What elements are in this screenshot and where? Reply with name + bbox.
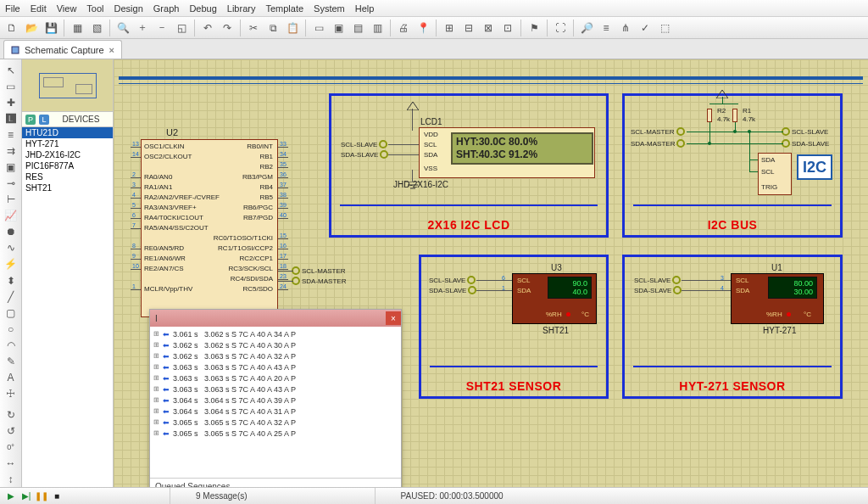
expand-icon[interactable]: ⊞ (153, 396, 159, 404)
menu-edit[interactable]: Edit (31, 3, 47, 14)
tb-zoomout-icon[interactable]: － (153, 19, 171, 37)
menu-design[interactable]: Design (114, 3, 143, 14)
expand-icon[interactable]: ⊞ (153, 385, 159, 393)
tb-bom-icon[interactable]: ≡ (597, 19, 615, 37)
tb-erc-icon[interactable]: ⚑ (525, 19, 543, 37)
tb-net-icon[interactable]: ⋔ (616, 19, 635, 37)
tb-paste-icon[interactable]: 📋 (283, 19, 302, 37)
i2c-box[interactable]: I2C (797, 154, 832, 180)
tool-rotcw-icon[interactable]: ↻ (2, 408, 20, 423)
tool-terminal-icon[interactable]: ⊸ (2, 176, 20, 191)
tb-zoomfit-icon[interactable]: ◱ (172, 19, 191, 37)
tool-textbox-icon[interactable]: A (2, 370, 20, 384)
knob-icon[interactable] (566, 312, 570, 316)
console-body[interactable]: ⊞⬅3.061 s 3.062 s S 7C A 40 A 34 A P⊞⬅3.… (150, 327, 401, 478)
tool-circle-icon[interactable]: ○ (2, 322, 20, 336)
tb-open-icon[interactable]: 📂 (22, 19, 41, 37)
pick-button[interactable]: P (25, 115, 36, 125)
r2[interactable] (707, 109, 712, 122)
knob-icon[interactable] (787, 312, 791, 316)
tb-copy-icon[interactable]: ⧉ (264, 19, 282, 37)
device-item[interactable]: JHD-2X16-I2C (22, 149, 113, 160)
expand-icon[interactable]: ⊞ (153, 407, 159, 415)
tool-component-icon[interactable]: ▭ (2, 79, 20, 93)
expand-icon[interactable]: ⊞ (153, 374, 159, 382)
tool-arc-icon[interactable]: ◠ (2, 338, 20, 352)
expand-icon[interactable]: ⊞ (153, 418, 159, 426)
tab-close-icon[interactable]: × (109, 45, 114, 55)
tool-tape-icon[interactable]: ⏺ (2, 225, 20, 239)
tb-cut-icon[interactable]: ✂ (244, 19, 263, 37)
lib-button[interactable]: L (39, 115, 49, 125)
tool-mirv-icon[interactable]: ↕ (2, 473, 20, 487)
menu-debug[interactable]: Debug (189, 3, 216, 14)
tool-mirh-icon[interactable]: ↔ (2, 456, 20, 471)
tool-text-icon[interactable]: ≡ (2, 127, 20, 142)
menu-template[interactable]: Template (265, 3, 303, 14)
tool-rotccw-icon[interactable]: ↺ (2, 424, 20, 439)
status-messages[interactable]: 9 Message(s) (170, 488, 273, 504)
tb-save-icon[interactable]: 💾 (42, 19, 60, 37)
expand-icon[interactable]: ⊞ (153, 352, 159, 360)
expand-icon[interactable]: ⊞ (153, 341, 159, 349)
tool-junction-icon[interactable]: ✚ (2, 95, 20, 109)
tb-zoomarea-icon[interactable]: 🔍 (114, 19, 132, 37)
tool-gen-icon[interactable]: ∿ (2, 241, 20, 255)
tb-sheet-icon[interactable]: ▦ (68, 19, 86, 37)
expand-icon[interactable]: ⊞ (153, 330, 159, 338)
tool-subckt-icon[interactable]: ▣ (2, 160, 20, 174)
tb-print-icon[interactable]: 🖨 (394, 19, 413, 37)
tool-select-icon[interactable]: ↖ (2, 63, 20, 77)
menu-library[interactable]: Library (227, 3, 256, 14)
step-icon[interactable]: ▶| (20, 490, 32, 502)
tb-lib1-icon[interactable]: ⊞ (440, 19, 459, 37)
pause-icon[interactable]: ❚❚ (36, 490, 47, 502)
tool-box-icon[interactable]: ▢ (2, 305, 20, 320)
tool-actuator-icon[interactable]: ⬍ (2, 273, 20, 288)
r1[interactable] (732, 109, 737, 122)
device-item[interactable]: HTU21D (22, 127, 113, 138)
tb-zoomin-icon[interactable]: ＋ (133, 19, 152, 37)
tb-block2-icon[interactable]: ▣ (329, 19, 348, 37)
device-item[interactable]: RES (22, 171, 113, 182)
tool-pin-icon[interactable]: ⊢ (2, 193, 20, 207)
tool-probe-icon[interactable]: ⚡ (2, 257, 20, 272)
tb-redo-icon[interactable]: ↷ (218, 19, 236, 37)
tb-lib4-icon[interactable]: ⊡ (498, 19, 517, 37)
menu-file[interactable]: File (5, 3, 20, 14)
tb-check-icon[interactable]: ✓ (636, 19, 654, 37)
tool-graph-icon[interactable]: 📈 (2, 209, 20, 223)
devices-list[interactable]: HTU21D HYT-271 JHD-2X16-I2C PIC16F877A R… (22, 127, 113, 487)
tb-lib2-icon[interactable]: ⊟ (459, 19, 478, 37)
expand-icon[interactable]: ⊞ (153, 363, 159, 371)
play-icon[interactable]: ▶ (5, 490, 17, 502)
tb-find-icon[interactable]: 🔎 (577, 19, 596, 37)
tb-lib3-icon[interactable]: ⊠ (479, 19, 498, 37)
device-item[interactable]: SHT21 (22, 182, 113, 193)
tb-db-icon[interactable]: ⬚ (655, 19, 674, 37)
tb-block4-icon[interactable]: ▥ (368, 19, 387, 37)
menu-graph[interactable]: Graph (153, 3, 180, 14)
menu-system[interactable]: System (314, 3, 345, 14)
tool-angle-icon[interactable]: 0° (2, 440, 20, 455)
device-item[interactable]: PIC16F877A (22, 160, 113, 171)
menu-tool[interactable]: Tool (86, 3, 103, 14)
tab-schematic[interactable]: Schematic Capture × (3, 40, 122, 59)
tool-label-icon[interactable]: 🅻 (2, 111, 20, 126)
debug-console[interactable]: I × ⊞⬅3.061 s 3.062 s S 7C A 40 A 34 A P… (149, 309, 402, 487)
expand-icon[interactable]: ⊞ (153, 429, 159, 437)
menu-help[interactable]: Help (355, 3, 375, 14)
tb-pkg-icon[interactable]: ⛶ (551, 19, 570, 37)
tb-new-icon[interactable]: 🗋 (3, 19, 21, 37)
tool-path-icon[interactable]: ✎ (2, 354, 20, 368)
tb-block3-icon[interactable]: ▤ (348, 19, 367, 37)
tool-bus-icon[interactable]: ⇉ (2, 143, 20, 158)
menu-view[interactable]: View (57, 3, 77, 14)
tool-symbol-icon[interactable]: ☩ (2, 387, 20, 401)
device-item[interactable]: HYT-271 (22, 138, 113, 149)
tb-area-icon[interactable]: ▧ (87, 19, 106, 37)
tb-marker-icon[interactable]: 📍 (414, 19, 432, 37)
console-close-icon[interactable]: × (386, 311, 401, 325)
tb-block1-icon[interactable]: ▭ (309, 19, 328, 37)
stop-icon[interactable]: ■ (51, 490, 63, 502)
